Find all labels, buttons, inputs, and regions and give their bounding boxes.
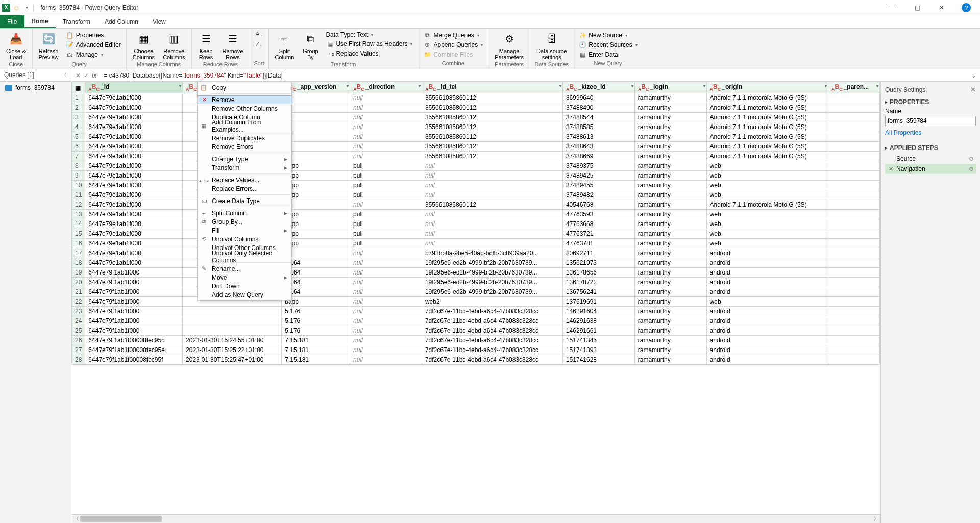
filter-icon[interactable]: ▾ xyxy=(703,84,705,88)
cell[interactable]: 6447e79e1ab1f000 xyxy=(85,93,183,103)
sort-asc-button[interactable]: A↓ xyxy=(253,30,265,39)
cell[interactable]: null xyxy=(350,132,422,142)
ctx-move[interactable]: Move▶ xyxy=(198,273,291,282)
table-row[interactable]: 76447e79e1ab1f000null3556610858601123748… xyxy=(72,152,880,161)
fx-icon[interactable]: fx xyxy=(92,72,96,79)
cell[interactable] xyxy=(828,190,879,200)
row-number[interactable]: 20 xyxy=(72,278,85,287)
cell[interactable]: 2023-01-30T15:25:47+01:00 xyxy=(183,355,282,365)
ctx-fill[interactable]: Fill▶ xyxy=(198,226,291,235)
cell[interactable]: 6447e79f1ab1f00008fec95f xyxy=(85,355,183,365)
table-row[interactable]: 246447e79f1ab1f0005.176null7df2c67e-11bc… xyxy=(72,316,880,326)
table-row[interactable]: 156447e79e1ab1f000bapppullnull47763721ra… xyxy=(72,229,880,239)
cell[interactable] xyxy=(828,161,879,171)
scroll-left-icon[interactable]: 〈 xyxy=(71,515,80,524)
cell[interactable]: 6447e79f1ab1f00008fec95d xyxy=(85,336,183,345)
row-number[interactable]: 21 xyxy=(72,287,85,297)
cell[interactable] xyxy=(828,316,879,326)
settings-close-icon[interactable]: ✕ xyxy=(970,86,976,93)
cell[interactable]: null xyxy=(422,219,562,229)
cell[interactable]: android xyxy=(706,355,828,365)
cell[interactable]: Android 7.1.1 motorola Moto G (5S) xyxy=(706,93,828,103)
cell[interactable]: web xyxy=(706,210,828,219)
table-row[interactable]: 126447e79e1ab1f000null355661085860112405… xyxy=(72,200,880,210)
cell[interactable]: 37489482 xyxy=(562,190,634,200)
cell[interactable]: 151741345 xyxy=(562,336,634,345)
qat-dropdown-icon[interactable]: ▾ xyxy=(22,4,31,12)
cell[interactable]: android xyxy=(706,345,828,355)
cell[interactable]: android xyxy=(706,326,828,336)
cell[interactable]: 7df2c67e-11bc-4ebd-a6c4-47b083c328cc xyxy=(422,316,562,326)
row-number[interactable]: 25 xyxy=(72,326,85,336)
ctx-group-by[interactable]: ⧉Group By... xyxy=(198,217,291,226)
table-row[interactable]: 206447e79f1ab1f0000.164null19f295e6-ed2b… xyxy=(72,278,880,287)
cell[interactable]: android xyxy=(706,248,828,258)
row-number[interactable]: 10 xyxy=(72,181,85,190)
cell[interactable]: 355661085860112 xyxy=(422,113,562,122)
cell[interactable]: 2023-01-30T15:24:55+01:00 xyxy=(183,336,282,345)
row-number[interactable]: 12 xyxy=(72,200,85,210)
cell[interactable]: 7df2c67e-11bc-4ebd-a6c4-47b083c328cc xyxy=(422,307,562,316)
cell[interactable]: 47763593 xyxy=(562,210,634,219)
applied-step[interactable]: ✕Navigation⚙ xyxy=(885,164,976,174)
cell[interactable]: 6447e79e1ab1f000 xyxy=(85,161,183,171)
cell[interactable]: 6447e79e1ab1f000 xyxy=(85,248,183,258)
formula-accept-icon[interactable]: ✓ xyxy=(84,72,89,79)
cell[interactable]: 355661085860112 xyxy=(422,122,562,132)
cell[interactable]: ramamurthy xyxy=(634,345,706,355)
table-row[interactable]: 256447e79f1ab1f0005.176null7df2c67e-11bc… xyxy=(72,326,880,336)
cell[interactable]: 136178722 xyxy=(562,278,634,287)
cell[interactable]: ramamurthy xyxy=(634,229,706,239)
cell[interactable]: ramamurthy xyxy=(634,287,706,297)
row-number[interactable]: 24 xyxy=(72,316,85,326)
first-row-headers-button[interactable]: ▤Use First Row as Headers▾ xyxy=(324,39,414,48)
cell[interactable]: web2 xyxy=(422,297,562,307)
cell[interactable] xyxy=(183,307,282,316)
remove-columns-button[interactable]: ▥Remove Columns xyxy=(160,30,188,61)
cell[interactable]: 19f295e6-ed2b-4999-bf2b-20b7630739... xyxy=(422,258,562,268)
cell[interactable]: 136756241 xyxy=(562,287,634,297)
cell[interactable]: null xyxy=(350,268,422,278)
row-number[interactable]: 5 xyxy=(72,132,85,142)
cell[interactable]: 6447e79e1ab1f000 xyxy=(85,239,183,248)
cell[interactable]: null xyxy=(350,248,422,258)
cell[interactable]: null xyxy=(350,258,422,268)
cell[interactable]: 136178656 xyxy=(562,268,634,278)
table-row[interactable]: 176447e79e1ab1f00016nullb793bb8a-9be5-40… xyxy=(72,248,880,258)
cell[interactable]: ramamurthy xyxy=(634,278,706,287)
column-header[interactable]: ABC_direction▾ xyxy=(350,82,422,93)
cell[interactable]: 7df2c67e-11bc-4ebd-a6c4-47b083c328cc xyxy=(422,326,562,336)
cell[interactable]: 47763721 xyxy=(562,229,634,239)
cell[interactable] xyxy=(828,355,879,365)
cell[interactable]: 37489375 xyxy=(562,161,634,171)
cell[interactable]: 6447e79f1ab1f000 xyxy=(85,287,183,297)
table-row[interactable]: 136447e79e1ab1f000bapppullnull47763593ra… xyxy=(72,210,880,219)
cell[interactable] xyxy=(183,326,282,336)
cell[interactable]: ramamurthy xyxy=(634,103,706,113)
cell[interactable]: null xyxy=(350,200,422,210)
row-number[interactable]: 11 xyxy=(72,190,85,200)
cell[interactable]: 146291638 xyxy=(562,316,634,326)
cell[interactable]: Android 7.1.1 motorola Moto G (5S) xyxy=(706,200,828,210)
cell[interactable] xyxy=(828,152,879,161)
cell[interactable]: 6447e79e1ab1f000 xyxy=(85,113,183,122)
row-number[interactable]: 3 xyxy=(72,113,85,122)
cell[interactable]: ramamurthy xyxy=(634,142,706,152)
cell[interactable] xyxy=(828,113,879,122)
cell[interactable]: 6447e79e1ab1f000 xyxy=(85,181,183,190)
cell[interactable]: 6447e79e1ab1f000 xyxy=(85,122,183,132)
cell[interactable]: 37488490 xyxy=(562,103,634,113)
table-row[interactable]: 36447e79e1ab1f000null3556610858601123748… xyxy=(72,113,880,122)
close-load-button[interactable]: 📥 Close & Load xyxy=(3,30,29,61)
cell[interactable]: Android 7.1.1 motorola Moto G (5S) xyxy=(706,122,828,132)
cell[interactable]: web xyxy=(706,161,828,171)
cell[interactable]: 6447e79f1ab1f000 xyxy=(85,307,183,316)
cell[interactable]: 7df2c67e-11bc-4ebd-a6c4-47b083c328cc xyxy=(422,345,562,355)
data-type-button[interactable]: Data Type: Text▾ xyxy=(324,31,414,39)
row-number[interactable]: 15 xyxy=(72,229,85,239)
tab-add-column[interactable]: Add Column xyxy=(97,15,145,28)
help-button[interactable]: ? xyxy=(954,0,978,15)
cell[interactable]: pull xyxy=(350,181,422,190)
cell[interactable]: null xyxy=(422,239,562,248)
table-row[interactable]: 216447e79f1ab1f0000.164null19f295e6-ed2b… xyxy=(72,287,880,297)
